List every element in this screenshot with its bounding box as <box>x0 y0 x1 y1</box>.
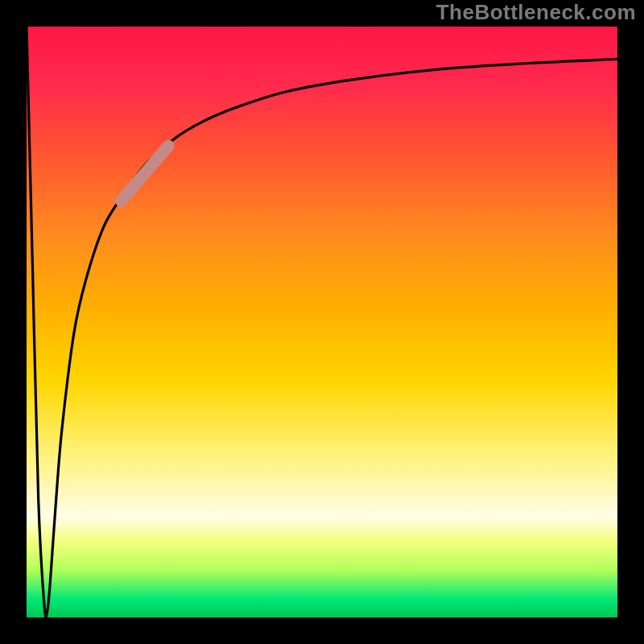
chart-frame: TheBottleneck.com <box>0 0 644 644</box>
watermark-text: TheBottleneck.com <box>436 0 636 25</box>
bottleneck-curve <box>27 27 617 617</box>
curve-layer <box>27 27 617 617</box>
highlight-segment <box>121 146 168 200</box>
